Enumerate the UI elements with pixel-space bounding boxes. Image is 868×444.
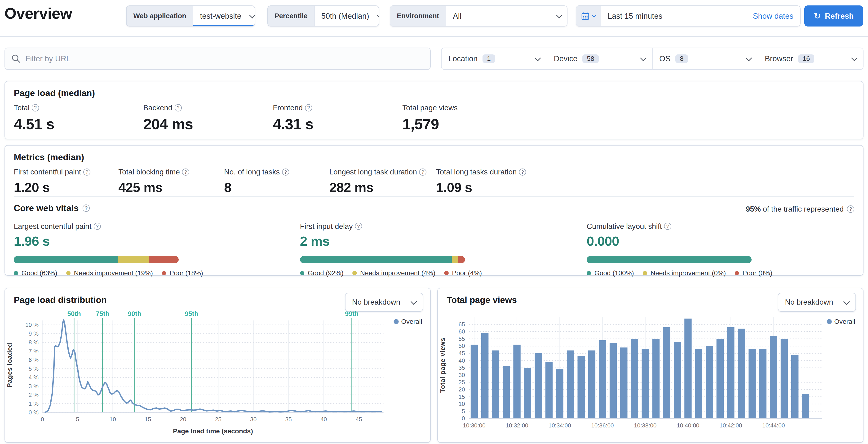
help-icon[interactable]: ? — [355, 223, 362, 230]
svg-text:10: 10 — [110, 416, 116, 422]
facet-filter-bar: Location 1 Device 58 OS 8 Browser 16 — [441, 48, 864, 70]
time-range-display[interactable]: Last 15 minutes — [601, 6, 753, 26]
percentile-value: 50th (Median) — [321, 11, 369, 21]
help-icon[interactable]: ? — [182, 169, 189, 176]
svg-text:10:36:00: 10:36:00 — [591, 422, 614, 428]
svg-text:15: 15 — [145, 416, 151, 422]
help-icon[interactable]: ? — [847, 205, 854, 212]
help-icon[interactable]: ? — [175, 104, 182, 111]
percentile-select-group[interactable]: Percentile 50th (Median) — [268, 5, 379, 27]
web-application-select[interactable]: test-website — [193, 6, 255, 26]
svg-text:45: 45 — [458, 350, 465, 356]
help-icon[interactable]: ? — [419, 169, 426, 176]
stat-label: First contentful paint — [14, 168, 81, 176]
panel-title: Page load distribution — [14, 295, 107, 305]
stat-value: 4.51 s — [14, 116, 54, 132]
needs-improvement-dot-icon — [643, 271, 647, 275]
poor-dot-icon — [735, 271, 739, 275]
svg-text:20: 20 — [180, 416, 186, 422]
needs-improvement-segment — [452, 256, 458, 263]
url-filter-input[interactable]: Filter by URL — [4, 48, 431, 70]
chevron-down-icon — [746, 55, 752, 61]
show-dates-button[interactable]: Show dates — [753, 6, 800, 26]
facet-label: Device — [554, 54, 578, 63]
percentile-select[interactable]: 50th (Median) — [315, 6, 379, 26]
vital-legend: Good (63%) Needs improvement (19%) Poor … — [14, 269, 180, 277]
needs-improvement-dot-icon — [66, 271, 71, 275]
legend-poor: Poor (0%) — [742, 269, 772, 277]
svg-text:5: 5 — [76, 416, 79, 422]
help-icon[interactable]: ? — [519, 169, 526, 176]
svg-text:60: 60 — [458, 328, 465, 335]
metrics-panel: Metrics (median) First contentful paint?… — [4, 145, 864, 276]
vital-value: 1.96 s — [14, 233, 180, 249]
chevron-down-icon — [377, 12, 379, 18]
stat-label: Total blocking time — [118, 168, 180, 176]
facet-os[interactable]: OS 8 — [652, 48, 758, 69]
stat-value: 8 — [224, 180, 289, 195]
legend-poor: Poor (4%) — [452, 269, 482, 277]
panel-title: Metrics (median) — [14, 152, 84, 162]
stat-label: No. of long tasks — [224, 168, 280, 176]
chevron-down-icon — [843, 298, 849, 304]
stat-value: 1.09 s — [436, 180, 526, 195]
web-application-select-group[interactable]: Web application test-website — [126, 5, 255, 27]
quick-select-menu-button[interactable] — [576, 6, 601, 26]
good-segment — [587, 256, 751, 263]
help-icon[interactable]: ? — [83, 205, 90, 212]
panel-title: Total page views — [446, 295, 517, 305]
breakdown-select[interactable]: No breakdown — [778, 293, 856, 312]
web-application-value: test-website — [200, 11, 241, 21]
facet-location[interactable]: Location 1 — [441, 48, 547, 69]
stat-label: Backend — [144, 103, 173, 112]
core-web-vitals-title: Core web vitals ? — [14, 203, 90, 213]
svg-text:0 %: 0 % — [29, 409, 38, 416]
help-icon[interactable]: ? — [305, 104, 312, 111]
breakdown-value: No breakdown — [352, 298, 400, 306]
search-icon — [11, 54, 20, 63]
svg-text:3 %: 3 % — [29, 383, 38, 389]
svg-text:99th: 99th — [345, 310, 359, 317]
page-load-distribution-chart[interactable]: 0510152025303540450 %1 %2 %3 %4 %5 %6 %7… — [9, 310, 427, 442]
page-title: Overview — [4, 4, 72, 22]
help-icon[interactable]: ? — [282, 169, 289, 176]
facet-label: Browser — [765, 54, 793, 63]
divider — [14, 197, 854, 197]
time-range-picker[interactable]: Last 15 minutes Show dates — [576, 5, 801, 27]
help-icon[interactable]: ? — [32, 104, 39, 111]
facet-device[interactable]: Device 58 — [547, 48, 652, 69]
web-application-label: Web application — [127, 6, 193, 26]
facet-browser[interactable]: Browser 16 — [758, 48, 863, 69]
svg-text:0: 0 — [462, 415, 465, 421]
good-dot-icon — [14, 271, 18, 275]
svg-text:20: 20 — [458, 386, 465, 393]
svg-text:40: 40 — [321, 416, 327, 422]
chevron-down-icon — [640, 55, 646, 61]
svg-text:30: 30 — [250, 416, 256, 422]
breakdown-select[interactable]: No breakdown — [345, 293, 423, 312]
svg-text:25: 25 — [215, 416, 221, 422]
svg-text:10:40:00: 10:40:00 — [677, 422, 699, 428]
svg-text:90th: 90th — [128, 310, 142, 317]
svg-text:15: 15 — [458, 393, 465, 400]
legend-needs: Needs improvement (0%) — [651, 269, 726, 277]
page-load-distribution-panel: Page load distribution No breakdown Page… — [4, 288, 431, 443]
svg-text:35: 35 — [285, 416, 292, 422]
help-icon[interactable]: ? — [664, 223, 671, 230]
stat-value: 204 ms — [144, 116, 193, 132]
stat-label: Total — [14, 103, 30, 112]
svg-text:50: 50 — [458, 343, 465, 349]
help-icon[interactable]: ? — [83, 169, 90, 176]
stat-value: 1,579 — [402, 116, 458, 132]
total-page-views-chart[interactable]: 0510152025303540455055606510:30:0010:32:… — [442, 310, 860, 442]
stat-value: 425 ms — [118, 180, 189, 195]
svg-text:Overall: Overall — [834, 318, 855, 325]
stat-total-page-views: Total page views 1,579 — [402, 103, 458, 132]
help-icon[interactable]: ? — [94, 223, 101, 230]
environment-select[interactable]: All — [446, 6, 567, 26]
refresh-button[interactable]: ↻ Refresh — [804, 5, 863, 27]
svg-text:10:32:00: 10:32:00 — [506, 422, 528, 428]
environment-select-group[interactable]: Environment All — [390, 5, 567, 27]
stat-value: 282 ms — [330, 180, 427, 195]
svg-text:75th: 75th — [96, 310, 110, 317]
